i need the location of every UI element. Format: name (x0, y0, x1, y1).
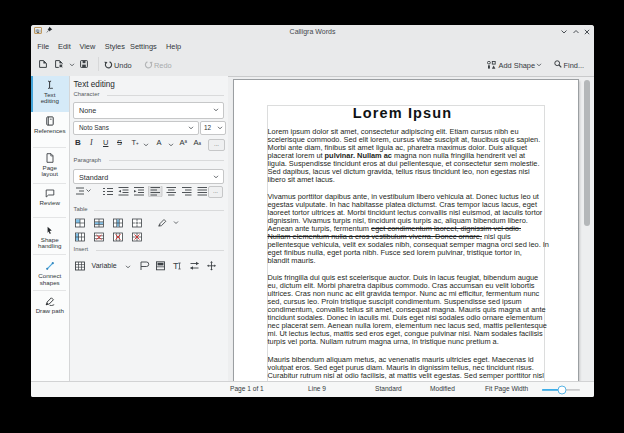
svg-text:T: T (173, 261, 179, 271)
